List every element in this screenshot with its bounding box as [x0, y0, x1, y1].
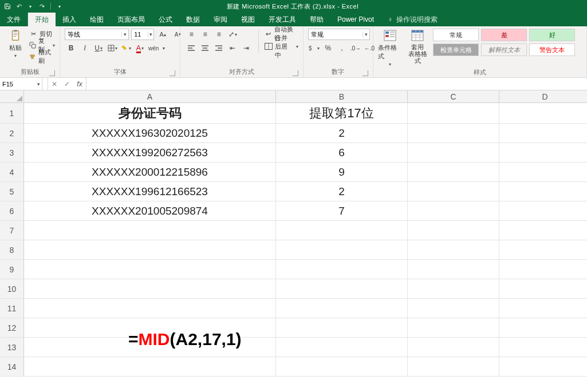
tab-insert[interactable]: 插入: [56, 13, 83, 26]
tell-me[interactable]: ♀ 操作说明搜索: [381, 13, 444, 26]
row-header-3[interactable]: 3: [0, 143, 24, 163]
cell-B2[interactable]: 2: [276, 124, 408, 143]
cell-C8[interactable]: [408, 240, 499, 260]
format-painter-button[interactable]: 格式刷: [29, 52, 55, 62]
row-header-9[interactable]: 9: [0, 260, 24, 279]
cell-A10[interactable]: [24, 279, 276, 299]
tab-formulas[interactable]: 公式: [152, 13, 179, 26]
cell-D9[interactable]: [499, 260, 587, 279]
name-box[interactable]: ▾: [0, 78, 42, 90]
insert-function-icon[interactable]: fx: [73, 80, 86, 88]
row-header-1[interactable]: 1: [0, 103, 24, 124]
col-header-B[interactable]: B: [276, 90, 408, 103]
cell-B13[interactable]: [276, 338, 408, 357]
align-bottom-icon[interactable]: ≡: [212, 29, 225, 40]
cell-A5[interactable]: XXXXXX199612166523: [24, 182, 276, 201]
select-all-corner[interactable]: [0, 90, 24, 103]
cell-B10[interactable]: [276, 279, 408, 299]
cell-B6[interactable]: 7: [276, 201, 408, 221]
cell-D7[interactable]: [499, 221, 587, 240]
cell-A4[interactable]: XXXXXX200012215896: [24, 163, 276, 182]
paste-button[interactable]: 粘贴 ▾: [5, 29, 26, 58]
row-header-5[interactable]: 5: [0, 182, 24, 201]
cell-D6[interactable]: [499, 201, 587, 221]
alignment-dialog-launcher[interactable]: [293, 70, 298, 76]
chevron-down-icon[interactable]: ▾: [148, 31, 153, 37]
tab-draw[interactable]: 绘图: [83, 13, 111, 26]
cell-D4[interactable]: [499, 163, 587, 182]
cell-D10[interactable]: [499, 279, 587, 299]
cell-B12[interactable]: [276, 318, 408, 338]
row-header-12[interactable]: 12: [0, 318, 24, 338]
row-header-14[interactable]: 14: [0, 357, 24, 377]
chevron-down-icon[interactable]: ▾: [161, 42, 167, 54]
cell-C12[interactable]: [408, 318, 499, 338]
increase-indent-icon[interactable]: ⇥: [240, 42, 253, 54]
cell-C2[interactable]: [408, 124, 499, 143]
cell-C7[interactable]: [408, 221, 499, 240]
cell-C4[interactable]: [408, 163, 499, 182]
cell-D13[interactable]: [499, 338, 587, 357]
tab-power-pivot[interactable]: Power Pivot: [330, 13, 381, 26]
undo-icon[interactable]: ↶: [15, 2, 23, 10]
cell-C13[interactable]: [408, 338, 499, 357]
tab-data[interactable]: 数据: [179, 13, 207, 26]
align-right-icon[interactable]: [212, 42, 225, 54]
cell-C5[interactable]: [408, 182, 499, 201]
align-middle-icon[interactable]: ≡: [199, 29, 211, 40]
border-button[interactable]: ▾: [106, 42, 119, 54]
row-header-8[interactable]: 8: [0, 240, 24, 260]
italic-button[interactable]: I: [78, 42, 91, 54]
accounting-format-icon[interactable]: $▾: [308, 42, 321, 54]
row-header-10[interactable]: 10: [0, 279, 24, 299]
row-header-7[interactable]: 7: [0, 221, 24, 240]
underline-button[interactable]: U▾: [92, 42, 105, 54]
cell-A8[interactable]: [24, 240, 276, 260]
font-size-combo[interactable]: ▾: [131, 29, 154, 40]
row-header-4[interactable]: 4: [0, 163, 24, 182]
percent-format-icon[interactable]: %: [322, 42, 334, 54]
chevron-down-icon[interactable]: ▾: [363, 31, 369, 37]
increase-decimal-icon[interactable]: .0→: [349, 42, 362, 54]
align-left-icon[interactable]: [185, 42, 198, 54]
cell-A11[interactable]: [24, 299, 276, 318]
tab-page-layout[interactable]: 页面布局: [111, 13, 152, 26]
tab-view[interactable]: 视图: [234, 13, 262, 26]
style-good[interactable]: 好: [529, 29, 575, 41]
cancel-formula-icon[interactable]: ✕: [48, 80, 61, 88]
tab-help[interactable]: 帮助: [303, 13, 330, 26]
cell-B8[interactable]: [276, 240, 408, 260]
font-name-input[interactable]: [65, 31, 121, 38]
decrease-indent-icon[interactable]: ⇤: [226, 42, 239, 54]
cell-C6[interactable]: [408, 201, 499, 221]
cell-B3[interactable]: 6: [276, 143, 408, 163]
style-check-cell[interactable]: 检查单元格: [433, 43, 479, 56]
number-dialog-launcher[interactable]: [363, 70, 368, 76]
qat-customize-icon[interactable]: ▾: [56, 2, 64, 10]
cell-B4[interactable]: 9: [276, 163, 408, 182]
increase-font-icon[interactable]: A▴: [156, 29, 169, 40]
cell-D11[interactable]: [499, 299, 587, 318]
cell-A14[interactable]: [24, 357, 276, 377]
orientation-icon[interactable]: ⤢▾: [226, 29, 239, 40]
col-header-D[interactable]: D: [499, 90, 587, 103]
clipboard-dialog-launcher[interactable]: [49, 70, 55, 76]
cell-B7[interactable]: [276, 221, 408, 240]
chevron-down-icon[interactable]: ▾: [121, 31, 128, 37]
merge-center-button[interactable]: 合并后居中▾: [265, 41, 298, 52]
align-center-icon[interactable]: [199, 42, 211, 54]
row-header-6[interactable]: 6: [0, 201, 24, 221]
style-bad[interactable]: 差: [481, 29, 527, 41]
cell-C3[interactable]: [408, 143, 499, 163]
cell-A9[interactable]: [24, 260, 276, 279]
col-header-C[interactable]: C: [408, 90, 499, 103]
chevron-down-icon[interactable]: ▾: [35, 78, 42, 90]
save-icon[interactable]: [3, 2, 11, 10]
cell-A7[interactable]: [24, 221, 276, 240]
formula-textbox[interactable]: =MID(A2,17,1): [128, 330, 242, 349]
cell-C1[interactable]: [408, 103, 499, 124]
cell-D2[interactable]: [499, 124, 587, 143]
cell-A6[interactable]: XXXXXX201005209874: [24, 201, 276, 221]
cell-D8[interactable]: [499, 240, 587, 260]
cell-D1[interactable]: [499, 103, 587, 124]
